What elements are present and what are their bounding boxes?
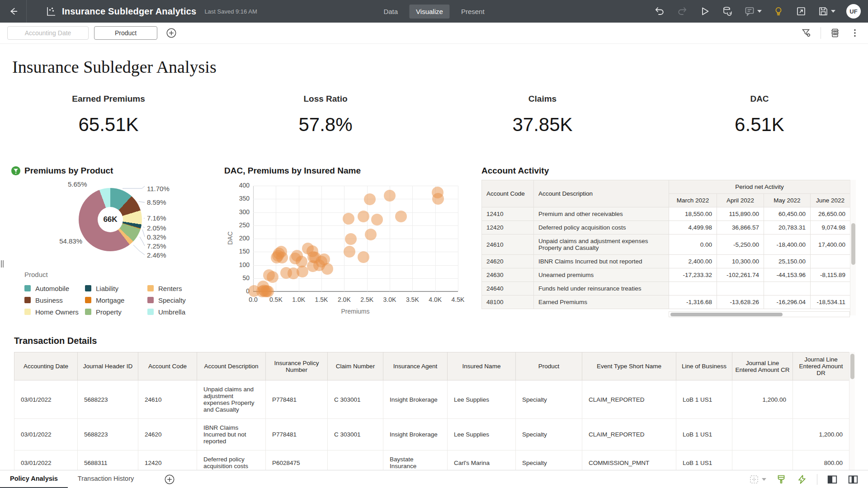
undo-button[interactable] — [654, 5, 665, 17]
account-description-cell: Premium and other receivables — [534, 207, 669, 221]
transaction-details-table: Accounting DateJournal Header IDAccount … — [14, 352, 855, 470]
donut-center-label: 66K — [98, 207, 123, 232]
legend-item-specialty[interactable]: Specialty — [147, 294, 186, 306]
legend-item-business[interactable]: Business — [24, 294, 85, 306]
comment-menu[interactable] — [744, 6, 762, 17]
panel-split-icon[interactable] — [847, 474, 859, 485]
scatter-point[interactable] — [364, 193, 376, 205]
table-row[interactable]: 03/01/2022568831112420Deferred policy ac… — [14, 450, 849, 470]
scatter-point[interactable] — [276, 252, 288, 263]
add-filter-button[interactable] — [165, 27, 177, 39]
value-cell: -18,534.11 — [811, 296, 850, 309]
redo-button[interactable] — [676, 5, 688, 17]
filter-chip-product[interactable]: Product — [94, 26, 157, 40]
grid-layout-menu[interactable] — [749, 474, 766, 485]
table-row[interactable]: 03/01/2022568822324620IBNR Claims Incurr… — [14, 419, 849, 450]
visualization-icon — [46, 6, 57, 17]
scatter-point[interactable] — [371, 214, 383, 225]
scatter-point[interactable] — [395, 211, 407, 222]
add-canvas-button[interactable] — [164, 474, 175, 485]
account-horizontal-scrollbar[interactable] — [669, 311, 850, 317]
legend-item-umbrella[interactable]: Umbrella — [147, 306, 186, 318]
transaction-vertical-scrollbar[interactable] — [849, 352, 855, 470]
value-cell: -102,261.74 — [717, 268, 764, 282]
save-menu[interactable] — [818, 6, 835, 17]
scatter-point[interactable] — [345, 233, 357, 245]
last-saved-label: Last Saved 9:16 AM — [204, 8, 257, 15]
kpi-tile-claims[interactable]: Claims37.85K — [434, 94, 651, 136]
table-row[interactable]: 03/01/2022568822324610Unpaid claims and … — [14, 380, 849, 419]
scatter-point[interactable] — [267, 271, 278, 283]
brush-icon[interactable] — [775, 474, 787, 485]
account-vertical-scrollbar[interactable] — [850, 180, 856, 315]
value-cell — [811, 282, 850, 296]
avatar[interactable]: UF — [846, 4, 861, 19]
legend-item-property[interactable]: Property — [85, 306, 147, 318]
account-activity-grid: Account CodeAccount DescriptionPeriod ne… — [481, 180, 850, 309]
kpi-value: 6.51K — [651, 114, 868, 136]
tab-visualize[interactable]: Visualize — [409, 5, 450, 19]
account-description-header: Account Description — [534, 180, 669, 207]
y-tick-label: 100 — [227, 261, 250, 268]
scatter-point[interactable] — [321, 263, 333, 275]
kebab-menu-icon[interactable] — [849, 27, 861, 39]
scatter-point[interactable] — [343, 213, 354, 225]
legend-label: Automobile — [35, 285, 69, 292]
donut-chart: 66K 11.70%8.59%7.16%2.05%0.32%7.25%2.46%… — [11, 179, 216, 270]
column-header: Line of Business — [676, 352, 732, 380]
tab-present[interactable]: Present — [454, 5, 491, 19]
kpi-tile-dac[interactable]: DAC6.51K — [651, 94, 868, 136]
scatter-point[interactable] — [297, 266, 308, 277]
donut-slice-label: 54.83% — [37, 237, 82, 245]
table-row[interactable]: 12410Premium and other receivables18,550… — [482, 207, 850, 221]
table-row[interactable]: 24610Unpaid claims and adjustment expens… — [482, 235, 850, 255]
legend-item-renters[interactable]: Renters — [147, 282, 186, 294]
filter-chip-accounting-date[interactable]: Accounting Date — [7, 26, 89, 40]
canvas-tab-transaction-history[interactable]: Transaction History — [68, 470, 144, 488]
insights-bulb-button[interactable] — [773, 5, 784, 17]
legend-item-mortgage[interactable]: Mortgage — [85, 294, 147, 306]
scatter-point[interactable] — [432, 193, 444, 205]
value-cell: 20,783.31 — [764, 221, 811, 235]
refresh-data-button[interactable] — [722, 5, 733, 17]
auto-apply-icon[interactable] — [796, 474, 808, 485]
cell: LoB 1 US1 — [676, 419, 732, 450]
scatter-point[interactable] — [344, 246, 355, 258]
cell: COMMISSION_PMNT — [582, 450, 676, 470]
table-row[interactable]: 48100Earned Premiums-1,316.68-13,628.26-… — [482, 296, 850, 309]
legend-item-home-owners[interactable]: Home Owners — [24, 306, 85, 318]
table-row[interactable]: 24640Funds held under reinsurance treati… — [482, 282, 850, 296]
scatter-point[interactable] — [365, 229, 377, 240]
premiums-by-product-tile: Premiums by Product 66K 11.70%8.59%7.16%… — [11, 166, 216, 321]
table-row[interactable]: 12420Deferred policy acquisition costs4,… — [482, 221, 850, 235]
bottom-bar-actions — [749, 474, 868, 485]
value-cell: -13,628.26 — [717, 296, 764, 309]
legend-item-automobile[interactable]: Automobile — [24, 282, 85, 294]
filter-options-icon[interactable] — [801, 27, 812, 39]
table-row[interactable]: 24620IBNR Claims Incurred but not report… — [482, 255, 850, 268]
panel-resize-handle[interactable] — [1, 260, 5, 267]
scatter-point[interactable] — [358, 251, 369, 263]
filter-applied-badge-icon[interactable] — [11, 166, 21, 176]
back-button[interactable] — [0, 0, 26, 23]
column-header: Journal Line Entered Amount DR — [793, 352, 849, 380]
scatter-point[interactable] — [384, 190, 396, 202]
transaction-details-grid: Accounting DateJournal Header IDAccount … — [14, 352, 849, 470]
scatter-point[interactable] — [358, 211, 369, 222]
kpi-tile-earned-premiums[interactable]: Earned Premiums65.51K — [0, 94, 217, 136]
value-cell: -18,400.00 — [764, 235, 811, 255]
value-cell: 2,400.00 — [669, 255, 717, 268]
canvas-tab-policy-analysis[interactable]: Policy Analysis — [0, 470, 68, 488]
open-window-button[interactable] — [795, 5, 807, 17]
legend-item-liability[interactable]: Liability — [85, 282, 147, 294]
tab-data[interactable]: Data — [377, 5, 405, 19]
legend-label: Renters — [158, 285, 182, 292]
present-play-button[interactable] — [699, 5, 711, 17]
cell: P778481 — [266, 419, 328, 450]
scatter-plot: DAC Premiums 0.00.5K1.0K1.5K2.0K2.5K3.0K… — [224, 166, 466, 321]
column-header: Insurance Agent — [383, 352, 448, 380]
table-row[interactable]: 24630Unearned premiums-17,233.32-102,261… — [482, 268, 850, 282]
panel-left-icon[interactable] — [826, 474, 838, 485]
kpi-tile-loss-ratio[interactable]: Loss Ratio57.8% — [217, 94, 434, 136]
canvas-properties-icon[interactable] — [829, 27, 841, 39]
